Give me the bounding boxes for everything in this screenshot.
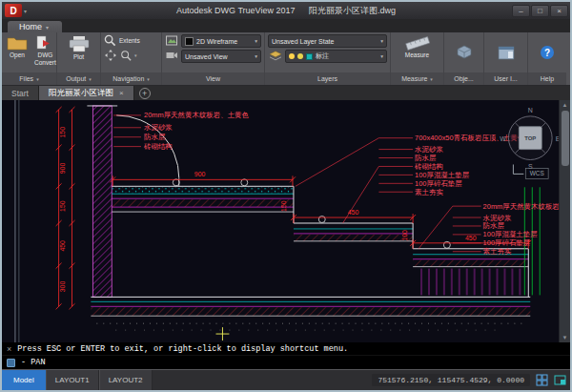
panel-user-interface-label[interactable]: User I... [484, 72, 527, 85]
close-button[interactable]: × [550, 5, 568, 17]
named-views-icon[interactable] [165, 34, 178, 47]
annotation-text: 防水层 [483, 221, 505, 230]
coordinates-readout: 751576.2150, 115475.4529, 0.0000 [372, 374, 530, 386]
maximize-button[interactable]: □ [531, 5, 549, 17]
clean-screen-icon[interactable] [554, 374, 566, 386]
pan-icon [105, 50, 116, 61]
viewcube-top-face[interactable]: TOP [524, 135, 536, 141]
zoom-extents-icon [104, 34, 116, 47]
tab-layout2[interactable]: LAYOUT2 [99, 370, 153, 390]
open-button[interactable]: Open [5, 34, 30, 59]
chevron-down-icon: ▾ [147, 76, 150, 82]
cad-drawing: 150 900 150 450 300 900 450 450 150 100 [2, 100, 570, 342]
close-tab-icon[interactable]: × [119, 89, 124, 97]
layer-dropdown[interactable]: 标注 ▾ [285, 50, 387, 63]
pan-button[interactable] [104, 49, 117, 62]
panel-label-text: View [206, 75, 220, 82]
drawing-canvas[interactable]: 150 900 150 450 300 900 450 450 150 100 [2, 100, 570, 342]
panel-user-interface: User I... [484, 32, 528, 85]
zoom-extents-button[interactable]: Extents [104, 34, 140, 47]
annotation-text: 素土夯实 [483, 247, 512, 256]
dwg-convert-button[interactable]: DWG Convert [32, 34, 58, 67]
printer-icon [68, 35, 91, 52]
command-option-icon [7, 359, 15, 367]
panel-label-text: User I... [494, 75, 518, 82]
viewcube-west[interactable]: W [500, 135, 506, 142]
extents-label: Extents [119, 37, 140, 44]
panel-help: ? Help [528, 32, 566, 85]
chevron-down-icon[interactable]: ▾ [134, 52, 137, 58]
scrollbar-thumb[interactable] [562, 111, 569, 166]
close-command-icon[interactable]: × [7, 344, 11, 354]
wcs-label: WCS [530, 170, 544, 176]
folder-icon [7, 35, 28, 51]
annotation-text: 100厚混凝土垫层 [415, 171, 470, 179]
open-label: Open [10, 52, 25, 58]
chevron-down-icon: ▾ [89, 76, 92, 82]
scroll-up-icon[interactable]: ▲ [562, 100, 568, 110]
command-line[interactable]: × Press ESC or ENTER to exit, or right-c… [2, 342, 570, 369]
visual-style-value: 2D Wireframe [196, 38, 237, 45]
annotation-text: 防水层 [144, 133, 166, 141]
scroll-down-icon[interactable]: ▼ [562, 333, 568, 342]
layer-state-dropdown[interactable]: Unsaved Layer State ▾ [268, 34, 387, 48]
panel-label-text: Help [541, 75, 554, 82]
panel-label-text: Layers [317, 75, 337, 82]
panel-view-label[interactable]: View [162, 72, 264, 85]
annotation-text: 20mm厚天然黄木纹板岩 [483, 202, 560, 211]
panel-layers-label[interactable]: Layers [265, 72, 390, 85]
panel-label-text: Obje... [454, 75, 474, 82]
layer-on-icon [289, 53, 295, 59]
status-bar: Model LAYOUT1 LAYOUT2 751576.2150, 11547… [2, 369, 570, 390]
panel-label-text: Navigation [112, 75, 144, 82]
app-title: Autodesk DWG TrueView 2017 [176, 6, 295, 15]
convert-icon [35, 35, 54, 51]
layer-properties-icon[interactable] [268, 50, 283, 63]
tab-document-active[interactable]: 阳光丽景小区详图 × [39, 86, 134, 100]
tab-home[interactable]: Home ▾ [8, 21, 62, 32]
panel-measure-label[interactable]: Measure ▾ [391, 72, 443, 85]
grid-icon[interactable] [536, 374, 548, 386]
panel-help-label[interactable]: Help [528, 72, 566, 85]
document-title: 阳光丽景小区详图.dwg [309, 6, 396, 15]
viewcube-north[interactable]: N [528, 107, 533, 113]
visual-style-preview [185, 37, 194, 46]
layer-name-value: 标注 [316, 52, 329, 61]
panel-layers: Unsaved Layer State ▾ 标注 ▾ [265, 32, 391, 85]
ruler-icon [404, 35, 431, 51]
annotation-leaders-bottom-right [419, 206, 481, 252]
named-view-value: Unsaved View [185, 53, 228, 60]
tab-start[interactable]: Start [2, 86, 39, 100]
camera-icon[interactable] [165, 50, 178, 61]
panel-navigation-label[interactable]: Navigation ▾ [101, 72, 161, 85]
command-prompt-text: Press ESC or ENTER to exit, or right-cli… [17, 344, 348, 354]
tab-layout1[interactable]: LAYOUT1 [46, 370, 99, 390]
minimize-button[interactable]: – [512, 5, 530, 17]
ribbon: Open DWG Convert Files ▾ Plot [2, 32, 570, 86]
chevron-down-icon[interactable]: ▾ [24, 8, 27, 14]
measure-button[interactable]: Measure [402, 34, 433, 59]
tab-model[interactable]: Model [2, 370, 46, 390]
active-command-text: - PAN [21, 358, 46, 367]
new-tab-button[interactable]: + [139, 88, 151, 99]
vertical-scrollbar[interactable]: ▲ ▼ [559, 100, 570, 342]
named-view-dropdown[interactable]: Unsaved View ▾ [181, 50, 261, 63]
annotation-text: 防水层 [415, 154, 437, 162]
viewcube-south[interactable]: S [528, 163, 533, 170]
panel-files-label[interactable]: Files ▾ [2, 72, 56, 85]
panel-view: 2D Wireframe ▾ Unsaved View ▾ View [162, 32, 265, 85]
plot-label: Plot [73, 53, 84, 60]
zoom-button[interactable] [119, 49, 133, 62]
plot-button[interactable]: Plot [66, 34, 92, 61]
annotation-text: 砖砌结构 [414, 162, 443, 171]
viewcube[interactable]: TOP N S E W [500, 107, 561, 171]
dimension-text: 150 [59, 200, 66, 212]
visual-style-dropdown[interactable]: 2D Wireframe ▾ [181, 34, 261, 48]
user-interface-icon[interactable] [498, 46, 515, 60]
panel-output-label[interactable]: Output ▾ [57, 72, 100, 85]
app-logo-icon[interactable]: D [5, 4, 22, 17]
objects-icon[interactable] [456, 45, 473, 60]
layer-state-value: Unsaved Layer State [272, 38, 334, 45]
help-icon[interactable]: ? [541, 46, 554, 59]
panel-objects-label[interactable]: Obje... [444, 72, 483, 85]
